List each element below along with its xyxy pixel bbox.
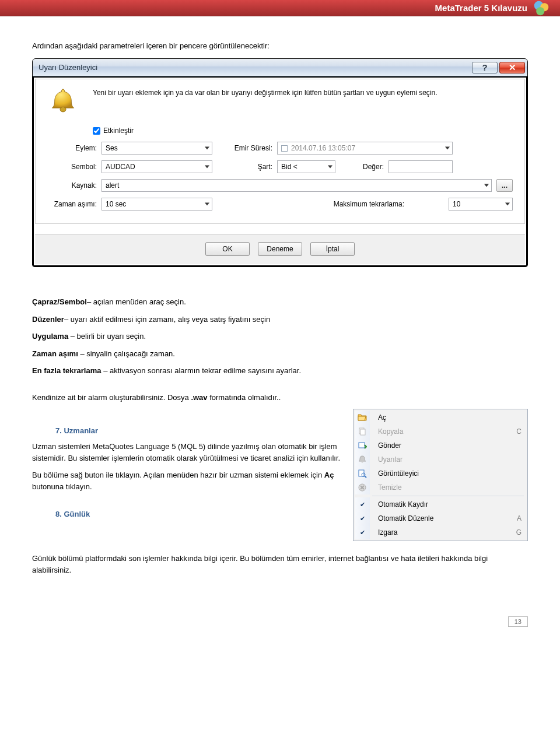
dialog-button-row: OK Deneme İptal	[35, 235, 525, 264]
menu-label: Temizle	[374, 483, 522, 492]
menu-label: Otomatik Kaydır	[374, 500, 522, 508]
menu-item-uyarilar[interactable]: Uyarılar	[355, 453, 526, 467]
help-button[interactable]: ?	[472, 62, 498, 73]
menu-separator	[372, 496, 524, 496]
menu-label: Aç	[374, 413, 522, 422]
menu-item-izgara[interactable]: Izgara G	[355, 525, 526, 539]
alert-editor-dialog: Uyarı Düzenleyici ? ✕	[32, 58, 528, 267]
zaman-value: 10 sec	[106, 200, 126, 208]
menu-label: Uyarılar	[374, 455, 522, 464]
menu-label: Izgara	[374, 528, 505, 536]
menu-item-goruntuleyici[interactable]: Görüntüleyici	[355, 467, 526, 481]
browse-button[interactable]: ...	[496, 179, 513, 192]
check-icon	[355, 511, 370, 525]
sart-select[interactable]: Bid <	[277, 160, 335, 173]
iptal-button[interactable]: İptal	[310, 242, 355, 256]
svg-point-2	[536, 7, 544, 15]
context-menu: Aç Kopyala C Gönder Uyarılar	[353, 409, 528, 541]
kaynak-value: alert	[106, 181, 119, 190]
chevron-down-icon	[505, 203, 510, 206]
menu-item-kopyala[interactable]: Kopyala C	[355, 425, 526, 439]
deger-input[interactable]	[388, 160, 453, 173]
kaynak-label: Kaynak:	[47, 181, 97, 190]
enable-checkbox[interactable]	[93, 127, 100, 135]
page-number: 13	[508, 616, 528, 627]
menu-shortcut: A	[510, 514, 522, 522]
section7-p2: Bu bölüme sağ buton ile tıklayın. Açılan…	[32, 469, 344, 492]
chevron-down-icon	[328, 166, 332, 169]
sembol-label: Sembol:	[47, 163, 97, 171]
heading-uzmanlar: 7. Uzmanlar	[55, 426, 344, 435]
eylem-value: Ses	[106, 144, 118, 152]
iptal-label: İptal	[326, 245, 340, 253]
menu-item-temizle[interactable]: Temizle	[355, 481, 526, 494]
sembol-select[interactable]: AUDCAD	[102, 160, 212, 173]
svg-point-3	[60, 107, 66, 111]
close-icon: ✕	[509, 63, 516, 72]
chevron-down-icon	[484, 184, 489, 187]
svg-line-10	[365, 476, 366, 478]
dialog-title: Uyarı Düzenleyici	[38, 63, 470, 72]
sembol-value: AUDCAD	[106, 163, 135, 171]
menu-label: Otomatik Düzenle	[374, 514, 505, 522]
desc-capraz: Çapraz/Sembol– açılan menüden araç seçin…	[32, 296, 528, 308]
ok-button[interactable]: OK	[205, 242, 250, 256]
document-top-banner: MetaTrader 5 Kılavuzu	[0, 0, 560, 16]
heading-gunluk: 8. Günlük	[55, 510, 344, 518]
section8-p1: Günlük bölümü platformdaki son işlemler …	[32, 553, 528, 576]
help-icon: ?	[482, 63, 487, 72]
menu-shortcut: C	[509, 427, 522, 436]
ok-label: OK	[222, 245, 232, 253]
menu-item-gonder[interactable]: Gönder	[355, 439, 526, 453]
emir-value: 2014.07.16 13:05:07	[291, 144, 355, 152]
menu-label: Görüntüleyici	[374, 469, 522, 478]
calendar-checkbox-icon	[281, 145, 288, 152]
kaynak-select[interactable]: alert	[102, 179, 492, 192]
check-icon	[355, 497, 370, 511]
desc-zaman: Zaman aşımı – sinyalin çalışacağı zaman.	[32, 348, 528, 360]
deger-label: Değer:	[340, 163, 384, 171]
app-logo-icon	[533, 0, 550, 16]
bell-icon	[47, 86, 82, 120]
viewer-icon	[355, 467, 370, 481]
chevron-down-icon	[205, 147, 209, 150]
chevron-down-icon	[445, 147, 450, 150]
banner-title: MetaTrader 5 Kılavuzu	[435, 3, 527, 13]
desc-tekrarlama: En fazla tekrarlama – aktivasyon sonrası…	[32, 365, 528, 377]
folder-open-icon	[355, 411, 370, 425]
menu-item-otoduzenle[interactable]: Otomatik Düzenle A	[355, 511, 526, 525]
menu-item-ac[interactable]: Aç	[355, 411, 526, 425]
emir-datetime-input[interactable]: 2014.07.16 13:05:07	[277, 142, 453, 155]
sart-label: Şart:	[217, 163, 272, 171]
maks-label: Maksimum tekrarlama:	[217, 200, 404, 208]
dialog-form: Yeni bir uyarı eklemek için ya da var ol…	[35, 79, 525, 224]
copy-icon	[355, 425, 370, 439]
sart-value: Bid <	[281, 163, 298, 171]
send-icon	[355, 439, 370, 453]
svg-point-7	[362, 461, 363, 463]
emir-label: Emir Süresi:	[217, 144, 272, 152]
deneme-button[interactable]: Deneme	[258, 242, 302, 256]
dots-label: ...	[502, 181, 508, 190]
enable-label: Etkinleştir	[103, 127, 134, 135]
close-button[interactable]: ✕	[499, 62, 525, 73]
menu-item-otokaydir[interactable]: Otomatik Kaydır	[355, 497, 526, 511]
clear-icon	[355, 481, 370, 494]
chevron-down-icon	[205, 166, 209, 169]
desc-uygulama: Uygulama – belirli bir uyarı seçin.	[32, 331, 528, 342]
intro-text: Ardından aşağıdaki parametreleri içeren …	[32, 41, 528, 50]
maks-select[interactable]: 10	[449, 198, 513, 211]
menu-label: Kopyala	[374, 427, 505, 436]
svg-rect-6	[359, 443, 365, 448]
svg-rect-5	[360, 429, 365, 435]
section7-p1: Uzman sistemleri MetaQuotes Language 5 (…	[32, 441, 344, 464]
maks-value: 10	[453, 200, 460, 208]
bell-small-icon	[355, 453, 370, 467]
page-body: Ardından aşağıdaki parametreleri içeren …	[0, 16, 560, 650]
deneme-label: Deneme	[267, 245, 293, 253]
menu-shortcut: G	[509, 528, 522, 536]
eylem-select[interactable]: Ses	[102, 142, 212, 155]
zaman-select[interactable]: 10 sec	[102, 198, 212, 211]
dialog-description: Yeni bir uyarı eklemek için ya da var ol…	[93, 86, 513, 120]
chevron-down-icon	[205, 203, 209, 206]
